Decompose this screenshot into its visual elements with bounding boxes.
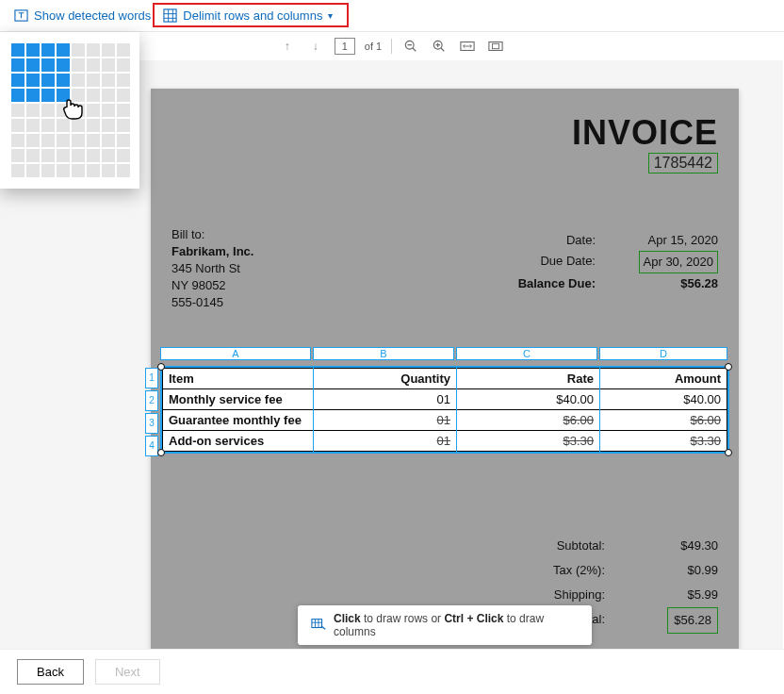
grid-cell[interactable] [87,58,100,72]
grid-cell[interactable] [11,164,24,177]
grid-cell[interactable] [57,43,70,57]
grid-cell[interactable] [57,119,70,132]
page-number-input[interactable]: 1 [335,38,355,55]
grid-size-picker[interactable] [0,32,139,189]
table-cell: $6.00 [457,410,600,431]
next-button: Next [95,659,160,685]
next-page-button[interactable]: ↓ [306,37,325,56]
grid-cell[interactable] [26,43,40,57]
grid-cell[interactable] [57,149,70,162]
grid-cell[interactable] [87,43,100,57]
table-cell: Guarantee monthly fee [163,410,314,431]
fit-width-button[interactable] [458,37,477,56]
grid-cell[interactable] [102,43,115,57]
grid-cell[interactable] [72,164,85,177]
grid-cell[interactable] [26,149,40,162]
grid-cell[interactable] [102,149,115,162]
zoom-out-button[interactable] [401,37,420,56]
grid-cell[interactable] [87,89,100,102]
grid-cell[interactable] [11,149,24,162]
back-button[interactable]: Back [17,659,84,685]
grid-cell[interactable] [87,74,100,87]
invoice-number: 1785442 [648,153,718,174]
grid-cell[interactable] [87,104,100,117]
grid-cell[interactable] [57,89,70,102]
fit-page-button[interactable] [486,37,505,56]
grid-cell[interactable] [41,74,55,87]
zoom-in-button[interactable] [430,37,449,56]
resize-handle[interactable] [725,363,732,371]
grid-cell[interactable] [72,119,85,132]
grid-cell[interactable] [26,104,40,117]
grid-cell[interactable] [26,89,40,102]
grid-cell[interactable] [41,134,55,147]
grid-cell[interactable] [102,119,115,132]
grid-cell[interactable] [117,134,130,147]
grid-cell[interactable] [72,74,85,87]
grid-cell[interactable] [72,134,85,147]
grid-cell[interactable] [102,89,115,102]
show-detected-words-button[interactable]: Show detected words [13,8,151,24]
grid-cell[interactable] [72,58,85,72]
grid-cell[interactable] [87,149,100,162]
grid-cell[interactable] [11,104,24,117]
grid-cell[interactable] [117,43,130,57]
grid-cell[interactable] [102,58,115,72]
grid-cell[interactable] [87,134,100,147]
row-marker: 3 [145,413,158,434]
row-number-markers: 1 2 3 4 [145,368,158,458]
grid-cell[interactable] [87,164,100,177]
work-area: ↑ ↓ 1 of 1 INVOICE 1785442 Bill to: Fabr… [0,32,783,649]
table-cell: $3.30 [600,431,727,452]
resize-handle[interactable] [157,363,165,371]
grid-cell[interactable] [117,74,130,87]
grid-cell[interactable] [11,43,24,57]
grid-cell[interactable] [72,89,85,102]
delimit-rows-columns-button[interactable]: Delimit rows and columns ▾ [162,8,333,24]
grid-cell[interactable] [26,164,40,177]
grid-cell[interactable] [11,119,24,132]
grid-cell[interactable] [11,74,24,87]
resize-handle[interactable] [157,449,165,456]
grid-cell[interactable] [11,58,24,72]
table-cell: Add-on services [163,431,314,452]
grid-cell[interactable] [41,89,55,102]
grid-cell[interactable] [117,58,130,72]
grid-cell[interactable] [57,104,70,117]
table-selection[interactable]: Item Quantity Rate Amount Monthly servic… [160,366,729,454]
grid-cell[interactable] [87,119,100,132]
grid-cell[interactable] [117,164,130,177]
grid-cell[interactable] [72,149,85,162]
grid-cell[interactable] [11,89,24,102]
grid-cell[interactable] [117,149,130,162]
grid-cell[interactable] [26,134,40,147]
grid-cell[interactable] [11,134,24,147]
grid-cell[interactable] [117,89,130,102]
grid-cell[interactable] [41,58,55,72]
grid-cell[interactable] [57,164,70,177]
grid-cell[interactable] [41,149,55,162]
grid-cell[interactable] [26,119,40,132]
table-cell: $3.30 [457,431,600,452]
grid-cell[interactable] [41,43,55,57]
grid-cell[interactable] [117,119,130,132]
document-page[interactable]: INVOICE 1785442 Bill to: Fabrikam, Inc. … [151,89,739,654]
grid-cell[interactable] [26,74,40,87]
prev-page-button[interactable]: ↑ [278,37,297,56]
grid-cell[interactable] [102,164,115,177]
grid-cell[interactable] [41,119,55,132]
grid-cell[interactable] [102,134,115,147]
grid-cell[interactable] [72,104,85,117]
grid-cell[interactable] [102,74,115,87]
grid-cell[interactable] [57,74,70,87]
grid-cell[interactable] [57,58,70,72]
grid-cell[interactable] [102,104,115,117]
resize-handle[interactable] [725,449,732,456]
hint-bar: Click to draw rows or Ctrl + Click to dr… [298,605,592,645]
grid-cell[interactable] [41,164,55,177]
grid-cell[interactable] [72,43,85,57]
grid-cell[interactable] [41,104,55,117]
grid-cell[interactable] [117,104,130,117]
grid-cell[interactable] [57,134,70,147]
grid-cell[interactable] [26,58,40,72]
